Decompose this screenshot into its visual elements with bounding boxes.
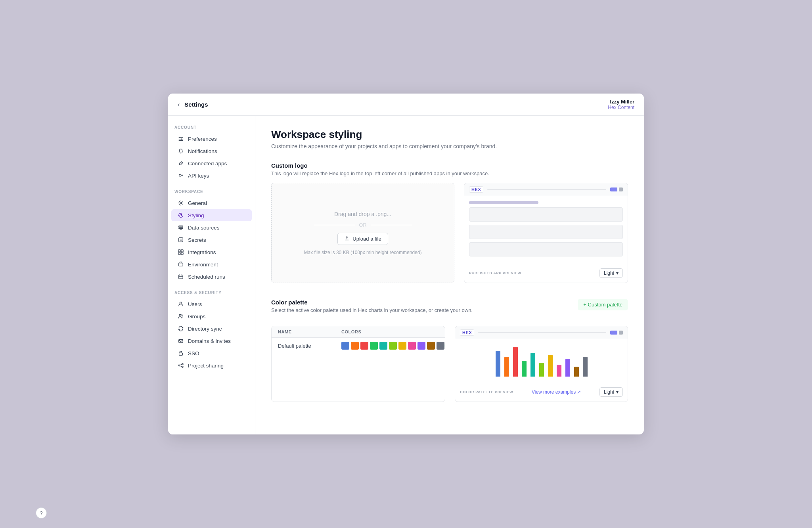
- preview-footer-label: PUBLISHED APP PREVIEW: [469, 271, 521, 275]
- chart-topbar-line: [478, 332, 606, 333]
- svg-point-5: [180, 140, 181, 141]
- svg-point-32: [178, 365, 180, 366]
- sidebar-item-groups[interactable]: Groups: [171, 310, 252, 322]
- chart-btn-gray: [619, 331, 623, 335]
- sidebar-item-label-data-sources: Data sources: [188, 225, 220, 231]
- upload-icon: [344, 236, 350, 241]
- sidebar-item-label-styling: Styling: [188, 212, 204, 218]
- data-sources-icon: [178, 224, 184, 231]
- sidebar-item-project-sharing[interactable]: Project sharing: [171, 360, 252, 371]
- svg-point-10: [181, 214, 182, 215]
- chevron-down-icon: ▾: [616, 270, 619, 276]
- color-swatch: [427, 342, 435, 350]
- sidebar-item-styling[interactable]: Styling: [171, 209, 252, 221]
- palette-section-title: Color palette: [271, 299, 473, 306]
- svg-point-31: [182, 363, 184, 365]
- svg-point-8: [180, 215, 180, 216]
- chart-bar: [574, 367, 579, 377]
- chart-mode-dropdown[interactable]: Light ▾: [599, 387, 623, 397]
- chart-bar: [530, 353, 535, 377]
- chart-preview-container: HEX COLOR PALETTE PREVIEW: [455, 326, 628, 402]
- svg-point-7: [180, 202, 182, 204]
- svg-rect-30: [179, 353, 183, 355]
- sidebar-item-sso[interactable]: SSO: [171, 347, 252, 359]
- preview-box-3: [469, 242, 623, 256]
- link-icon: [178, 160, 184, 166]
- color-swatch: [370, 342, 378, 350]
- sidebar-item-domains-invites[interactable]: Domains & invites: [171, 335, 252, 347]
- color-swatch: [398, 342, 406, 350]
- chart-footer-label: COLOR PALETTE PREVIEW: [460, 390, 513, 394]
- sidebar-item-notifications[interactable]: Notifications: [171, 145, 252, 157]
- upload-maxsize: Max file size is 30 KB (100px min height…: [304, 250, 422, 255]
- svg-point-9: [180, 214, 181, 215]
- back-arrow-icon[interactable]: ‹: [178, 101, 180, 108]
- sidebar-section-access: ACCESS & SECURITY Users: [168, 291, 255, 371]
- palette-section: Color palette Select the active color pa…: [271, 299, 628, 402]
- color-swatch: [379, 342, 387, 350]
- gear-icon: [178, 200, 184, 206]
- help-button[interactable]: ?: [36, 507, 47, 518]
- secrets-icon: [178, 237, 184, 243]
- sidebar-item-label-directory-sync: Directory sync: [188, 326, 222, 332]
- svg-point-27: [179, 314, 181, 316]
- preview-mode-dropdown[interactable]: Light ▾: [599, 268, 623, 278]
- palette-section-desc: Select the active color palette used in …: [271, 307, 473, 313]
- color-swatch: [417, 342, 425, 350]
- svg-rect-29: [179, 340, 183, 343]
- sidebar-item-integrations[interactable]: Integrations: [171, 246, 252, 258]
- color-swatch: [437, 342, 444, 350]
- sidebar-item-environment[interactable]: Environment: [171, 258, 252, 270]
- preview-mode-label: Light: [604, 270, 614, 276]
- color-swatch: [360, 342, 368, 350]
- palette-row-default: Default palette Active ···: [272, 338, 445, 354]
- groups-icon: [178, 313, 184, 319]
- calendar-icon: [178, 274, 184, 280]
- user-role: Hex Content: [608, 105, 634, 110]
- chart-bar: [504, 357, 509, 377]
- svg-line-35: [180, 366, 182, 367]
- svg-point-28: [181, 315, 183, 316]
- svg-point-33: [182, 366, 184, 368]
- preview-content: [464, 196, 628, 264]
- upload-file-button[interactable]: Upload a file: [337, 233, 388, 245]
- sidebar-item-preferences[interactable]: Preferences: [171, 133, 252, 145]
- palette-icon: [178, 212, 184, 218]
- chart-bar: [522, 361, 527, 377]
- palette-active-badge: Active: [444, 342, 445, 349]
- sidebar-item-label-domains-invites: Domains & invites: [188, 338, 231, 344]
- sidebar-item-general[interactable]: General: [171, 197, 252, 209]
- color-swatch: [341, 342, 349, 350]
- key-icon: [178, 172, 184, 179]
- upload-hint: Drag and drop a .png...: [334, 211, 391, 217]
- page-subtitle: Customize the appearance of your project…: [271, 143, 628, 149]
- preview-topbar-btns: [610, 187, 623, 191]
- mail-icon: [178, 338, 184, 344]
- page-title: Workspace styling: [271, 128, 628, 141]
- sidebar-item-users[interactable]: Users: [171, 298, 252, 310]
- palette-section-cols: NAME COLORS Default palette Active ···: [271, 326, 628, 402]
- chart-bar: [496, 351, 500, 377]
- sidebar-item-connected-apps[interactable]: Connected apps: [171, 157, 252, 169]
- header: ‹ Settings Izzy Miller Hex Content: [168, 94, 644, 116]
- main-content: Workspace styling Customize the appearan…: [255, 116, 644, 434]
- custom-palette-button[interactable]: + Custom palette: [578, 299, 628, 310]
- svg-line-34: [180, 364, 182, 365]
- sidebar-item-data-sources[interactable]: Data sources: [171, 222, 252, 233]
- color-swatch: [408, 342, 416, 350]
- preview-box-2: [469, 225, 623, 239]
- sidebar-item-secrets[interactable]: Secrets: [171, 234, 252, 246]
- sliders-icon: [178, 136, 184, 142]
- preview-box-1: [469, 207, 623, 222]
- sidebar-item-label-environment: Environment: [188, 262, 218, 268]
- chart-preview-topbar: HEX: [455, 326, 628, 339]
- sidebar-item-directory-sync[interactable]: Directory sync: [171, 323, 252, 335]
- users-icon: [178, 301, 184, 307]
- upload-area[interactable]: Drag and drop a .png... OR Upload a file…: [271, 183, 454, 283]
- sidebar-item-api-keys[interactable]: API keys: [171, 170, 252, 182]
- view-more-link[interactable]: View more examples ↗: [532, 389, 581, 395]
- sidebar-item-scheduled-runs[interactable]: Scheduled runs: [171, 271, 252, 283]
- chart-bar: [513, 347, 518, 377]
- svg-rect-11: [179, 226, 183, 227]
- settings-window: ‹ Settings Izzy Miller Hex Content ACCOU…: [168, 94, 644, 434]
